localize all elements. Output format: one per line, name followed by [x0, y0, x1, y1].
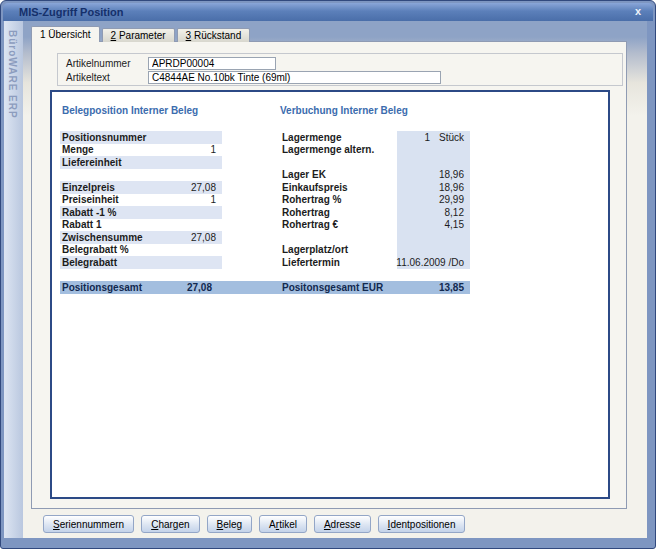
totals-row: Positionsgesamt 27,08 Positonsgesamt EUR… — [60, 281, 470, 294]
row-label: Rohertrag — [282, 207, 445, 218]
detail-row: Belegrabatt — [60, 256, 222, 269]
window-title: MIS-Zugriff Position — [19, 3, 123, 21]
row-label: Zwischensumme — [62, 232, 191, 243]
right-column-rows: Lagermenge 1 Stück Lagermenge altern. — [280, 131, 470, 269]
row-value: 29,99 — [439, 194, 464, 205]
detail-row — [60, 169, 222, 182]
total-left-value: 27,08 — [150, 281, 212, 294]
row-label: Lager EK — [282, 169, 439, 180]
total-right-value: 13,85 — [390, 281, 464, 294]
row-label: Rabatt 1 — [62, 219, 216, 230]
detail-row: Rohertrag % 29,99 — [280, 194, 470, 207]
action-button-bar: Seriennummern Chargen Beleg Artikel Adre… — [43, 515, 465, 533]
detail-row: Zwischensumme 27,08 — [60, 231, 222, 244]
action-button[interactable]: Beleg — [207, 515, 253, 533]
tab-panel-uebersicht: Artikelnummer Artikeltext Belegposition … — [31, 41, 627, 509]
row-label: Lagerplatz/ort — [282, 244, 464, 255]
detail-row: Liefertermin 11.06.2009 /Do — [280, 256, 470, 269]
row-value: 27,08 — [191, 182, 216, 193]
detail-row: Belegrabatt % — [60, 244, 222, 257]
row-value: 18,96 — [439, 169, 464, 180]
right-column-header: Verbuchung Interner Beleg — [280, 105, 408, 116]
tab-label: 3 Rückstand — [186, 30, 242, 41]
brand-sidebar: BüroWARE ERP — [4, 21, 23, 538]
row-label: Einkaufspreis — [282, 182, 439, 193]
tab-label: 1 Übersicht — [40, 29, 91, 40]
row-label: Liefertermin — [282, 257, 396, 268]
row-value: 4,15 — [445, 219, 464, 230]
action-button[interactable]: Adresse — [314, 515, 371, 533]
row-label: Preiseinheit — [62, 194, 210, 205]
brand-text: BüroWARE ERP — [7, 30, 18, 119]
button-label: Beleg — [217, 519, 243, 530]
row-label: Lagermenge — [282, 132, 424, 143]
detail-row: Lagermenge altern. — [280, 144, 470, 157]
action-button[interactable]: Identpositionen — [378, 515, 466, 533]
position-detail-panel: Belegposition Interner Beleg Verbuchung … — [50, 90, 610, 499]
action-button[interactable]: Chargen — [141, 515, 199, 533]
window-titlebar[interactable]: MIS-Zugriff Position x — [3, 3, 653, 21]
detail-row: Rabatt 1 — [60, 219, 222, 232]
total-right-label: Positonsgesamt EUR — [282, 281, 383, 294]
tab-bar: 1 Übersicht 2 Parameter 3 Rückstand — [31, 26, 252, 42]
action-button[interactable]: Seriennummern — [43, 515, 134, 533]
row-value: 18,96 — [439, 182, 464, 193]
detail-row: Menge 1 — [60, 144, 222, 157]
detail-row: Lagerplatz/ort — [280, 244, 470, 257]
article-groupbox: Artikelnummer Artikeltext — [57, 53, 623, 86]
detail-row: Rohertrag € 4,15 — [280, 219, 470, 232]
row-label: Liefereinheit — [62, 157, 216, 168]
detail-row: Rohertrag 8,12 — [280, 206, 470, 219]
button-label: Chargen — [151, 519, 189, 530]
detail-row: Einkaufspreis 18,96 — [280, 181, 470, 194]
detail-row: Liefereinheit — [60, 156, 222, 169]
row-unit: Stück — [430, 132, 464, 143]
row-value: 8,12 — [445, 207, 464, 218]
detail-row: Lagermenge 1 Stück — [280, 131, 470, 144]
row-value: 1 — [210, 144, 216, 155]
tab-label: 2 Parameter — [111, 30, 166, 41]
left-column-rows: Positionsnummer Menge 1 Liefereinheit — [60, 131, 222, 269]
row-value: 27,08 — [191, 232, 216, 243]
detail-row: Rabatt -1 % — [60, 206, 222, 219]
row-label: Positionsnummer — [62, 132, 216, 143]
button-label: Identpositionen — [388, 519, 456, 530]
app-window: MIS-Zugriff Position x BüroWARE ERP 1 Üb… — [0, 0, 656, 549]
row-label: Einzelpreis — [62, 182, 191, 193]
artikeltext-label: Artikeltext — [66, 72, 110, 83]
tab[interactable]: 1 Übersicht — [31, 26, 100, 42]
row-label: Menge — [62, 144, 210, 155]
total-left-label: Positionsgesamt — [62, 281, 142, 294]
row-label: Lagermenge altern. — [282, 144, 464, 155]
close-icon[interactable]: x — [635, 3, 641, 20]
window-body: BüroWARE ERP 1 Übersicht 2 Parameter 3 R… — [4, 21, 647, 538]
detail-row — [280, 231, 470, 244]
tab[interactable]: 2 Parameter — [102, 28, 175, 42]
button-label: Seriennummern — [53, 519, 124, 530]
artikelnummer-label: Artikelnummer — [66, 58, 130, 69]
row-value: 11.06.2009 /Do — [396, 257, 464, 268]
tab[interactable]: 3 Rückstand — [177, 28, 251, 42]
row-value: 1 — [210, 194, 216, 205]
row-label: Belegrabatt % — [62, 244, 216, 255]
button-label: Artikel — [269, 519, 297, 530]
row-label: Rabatt -1 % — [62, 207, 216, 218]
action-button[interactable]: Artikel — [259, 515, 307, 533]
row-label: Rohertrag € — [282, 219, 445, 230]
artikeltext-input[interactable] — [148, 71, 441, 84]
row-label: Rohertrag % — [282, 194, 439, 205]
detail-row: Preiseinheit 1 — [60, 194, 222, 207]
detail-row — [280, 156, 470, 169]
detail-row: Lager EK 18,96 — [280, 169, 470, 182]
button-label: Adresse — [324, 519, 361, 530]
left-column-header: Belegposition Interner Beleg — [62, 105, 198, 116]
row-label: Belegrabatt — [62, 257, 216, 268]
detail-row: Positionsnummer — [60, 131, 222, 144]
detail-row: Einzelpreis 27,08 — [60, 181, 222, 194]
artikelnummer-input[interactable] — [148, 57, 276, 70]
